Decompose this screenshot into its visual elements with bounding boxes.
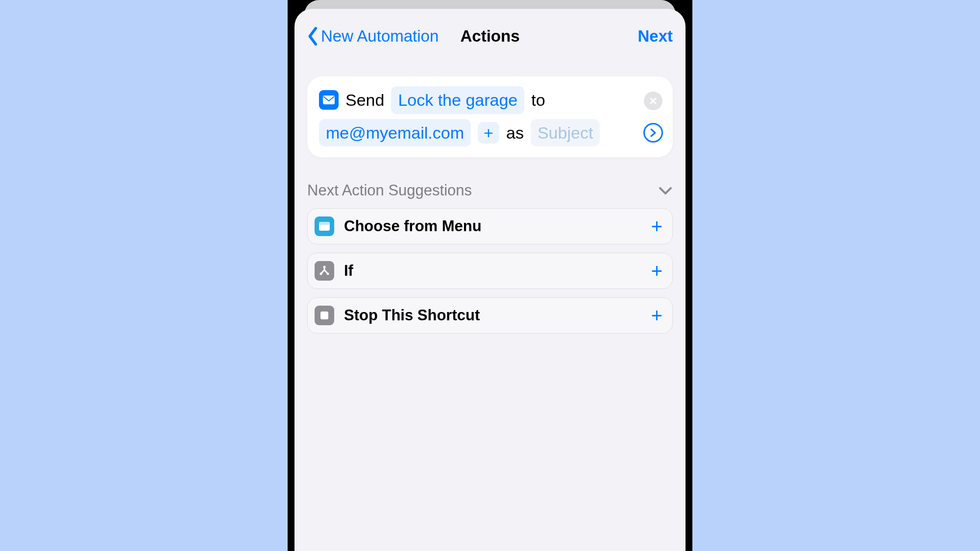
- recipient-token[interactable]: me@myemail.com: [319, 119, 471, 147]
- suggestion-if[interactable]: If +: [307, 253, 673, 289]
- subject-token[interactable]: Subject: [531, 119, 600, 147]
- back-button[interactable]: New Automation: [307, 27, 439, 46]
- chevron-right-icon: [650, 128, 657, 137]
- branch-icon: [315, 261, 334, 281]
- add-recipient-button[interactable]: +: [478, 122, 499, 144]
- action-card-controls: [643, 76, 663, 157]
- add-suggestion-button[interactable]: +: [651, 306, 662, 325]
- chevron-down-icon: [658, 186, 673, 195]
- mail-icon: [319, 90, 339, 110]
- delete-action-button[interactable]: [644, 92, 662, 110]
- back-label: New Automation: [321, 27, 439, 46]
- svg-point-4: [320, 273, 322, 275]
- next-button[interactable]: Next: [637, 27, 673, 46]
- add-suggestion-button[interactable]: +: [651, 216, 662, 236]
- suggestion-choose-from-menu[interactable]: Choose from Menu +: [307, 208, 673, 244]
- action-word-to: to: [531, 87, 545, 113]
- close-icon: [649, 97, 657, 105]
- stop-icon: [315, 306, 334, 325]
- suggestion-label: Stop This Shortcut: [344, 307, 480, 324]
- suggestions-header[interactable]: Next Action Suggestions: [307, 182, 673, 199]
- svg-rect-6: [320, 311, 328, 319]
- suggestion-label: If: [344, 262, 353, 280]
- message-token[interactable]: Lock the garage: [391, 86, 524, 114]
- suggestions-title: Next Action Suggestions: [307, 182, 472, 199]
- navigation-bar: New Automation Actions Next: [307, 14, 673, 59]
- add-suggestion-button[interactable]: +: [651, 261, 662, 281]
- svg-rect-0: [323, 96, 335, 104]
- action-word-as: as: [506, 120, 524, 146]
- svg-rect-2: [319, 222, 330, 225]
- action-word-send: Send: [345, 87, 384, 113]
- suggestion-label: Choose from Menu: [344, 217, 482, 235]
- action-sentence: Send Lock the garage to me@myemail.com +…: [319, 86, 661, 146]
- chevron-left-icon: [307, 27, 319, 46]
- page-title: Actions: [460, 27, 519, 46]
- modal-sheet: New Automation Actions Next Send Lock th…: [294, 9, 686, 551]
- menu-icon: [315, 216, 334, 236]
- svg-point-3: [323, 266, 326, 268]
- suggestion-stop-shortcut[interactable]: Stop This Shortcut +: [307, 297, 673, 334]
- svg-point-5: [327, 273, 329, 275]
- action-card: Send Lock the garage to me@myemail.com +…: [307, 76, 673, 157]
- phone-frame: New Automation Actions Next Send Lock th…: [288, 0, 692, 551]
- expand-action-button[interactable]: [643, 123, 663, 143]
